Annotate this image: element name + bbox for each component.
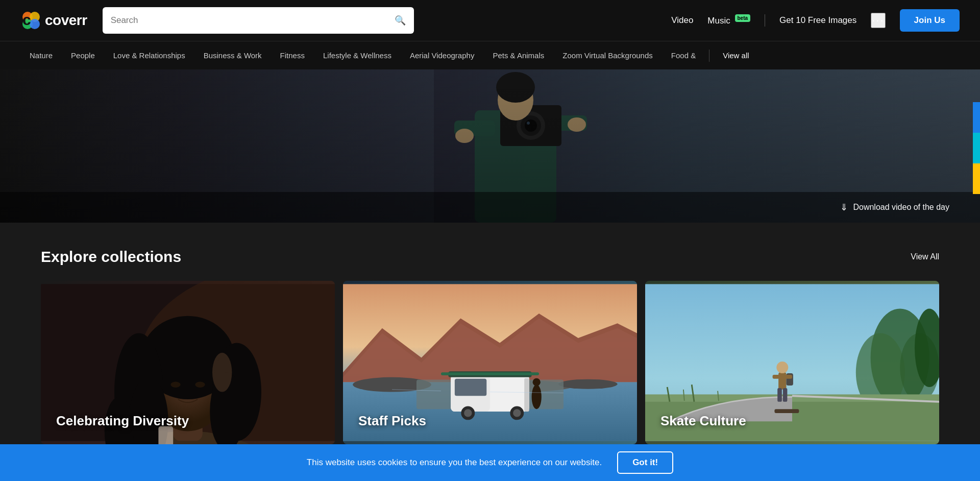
collections-view-all[interactable]: View All	[911, 252, 939, 261]
accent-bar-blue	[973, 102, 980, 133]
header: c coverr 🔍 Video Music beta Get 10 Free …	[0, 0, 980, 41]
search-bar: 🔍	[103, 7, 414, 34]
more-options-button[interactable]: ···	[871, 13, 885, 28]
svg-rect-75	[786, 375, 792, 379]
collections-section: Explore collections View All	[0, 223, 980, 475]
svg-point-54	[513, 409, 521, 417]
download-icon: ⇓	[840, 202, 848, 213]
svg-rect-72	[777, 388, 782, 402]
card-diversity-label: Celebrating Diversity	[56, 413, 189, 429]
logo-icon: c	[20, 10, 42, 31]
free-images-link[interactable]: Get 10 Free Images	[779, 15, 856, 26]
collection-card-staff[interactable]: Staff Picks	[343, 281, 637, 444]
cookie-banner: This website uses cookies to ensure you …	[0, 444, 980, 475]
svg-point-41	[558, 379, 617, 389]
svg-text:c: c	[22, 11, 31, 28]
accent-bar-yellow	[973, 163, 980, 194]
accent-bar-cyan	[973, 133, 980, 163]
side-accents	[973, 102, 980, 194]
cat-business[interactable]: Business & Work	[194, 41, 271, 69]
cat-food[interactable]: Food &	[662, 41, 705, 69]
svg-point-3	[30, 19, 40, 29]
svg-rect-48	[524, 378, 529, 412]
collection-card-diversity[interactable]: Celebrating Diversity	[41, 281, 335, 444]
cat-people[interactable]: People	[62, 41, 104, 69]
nav-divider	[765, 14, 765, 27]
cat-love[interactable]: Love & Relationships	[104, 41, 194, 69]
join-button[interactable]: Join Us	[900, 9, 960, 32]
collections-grid: Celebrating Diversity	[41, 281, 939, 444]
cat-view-all[interactable]: View all	[714, 51, 758, 60]
cat-fitness[interactable]: Fitness	[271, 41, 314, 69]
svg-rect-69	[778, 372, 786, 390]
svg-rect-76	[774, 409, 799, 413]
svg-point-49	[532, 384, 542, 409]
svg-point-33	[195, 381, 205, 388]
svg-rect-31	[158, 426, 173, 444]
svg-rect-73	[783, 388, 788, 402]
svg-rect-45	[455, 379, 486, 396]
cookie-accept-button[interactable]: Got it!	[617, 451, 673, 474]
cat-pets[interactable]: Pets & Animals	[483, 41, 553, 69]
collections-title: Explore collections	[41, 248, 181, 266]
cat-nature[interactable]: Nature	[20, 41, 62, 69]
search-icon: 🔍	[395, 15, 406, 26]
card-skate-label: Skate Culture	[660, 413, 746, 429]
svg-rect-74	[773, 375, 779, 379]
cookie-message: This website uses cookies to ensure you …	[307, 458, 602, 468]
card-staff-label: Staff Picks	[358, 413, 426, 429]
svg-point-52	[464, 409, 472, 417]
svg-point-34	[212, 353, 232, 392]
category-nav: Nature People Love & Relationships Busin…	[0, 41, 980, 69]
video-nav-link[interactable]: Video	[671, 15, 693, 26]
search-input[interactable]	[111, 15, 389, 26]
svg-point-50	[533, 378, 541, 386]
hero-bottom-bar: ⇓ Download video of the day	[0, 192, 980, 223]
music-beta-badge: beta	[735, 14, 751, 22]
download-video-button[interactable]: ⇓ Download video of the day	[840, 202, 949, 213]
cat-lifestyle[interactable]: Lifestyle & Wellness	[314, 41, 401, 69]
collections-header: Explore collections View All	[41, 248, 939, 266]
svg-point-32	[170, 381, 180, 388]
header-nav: Video Music beta Get 10 Free Images ··· …	[671, 9, 960, 32]
collection-card-skate[interactable]: Skate Culture	[645, 281, 939, 444]
download-label: Download video of the day	[853, 203, 949, 212]
cat-zoom[interactable]: Zoom Virtual Backgrounds	[553, 41, 662, 69]
cat-aerial[interactable]: Aerial Videography	[401, 41, 483, 69]
logo-wordmark: coverr	[45, 12, 87, 29]
hero-section: ⇓ Download video of the day	[0, 69, 980, 223]
logo[interactable]: c coverr	[20, 10, 87, 31]
cat-divider	[709, 50, 709, 62]
svg-rect-47	[441, 372, 539, 375]
svg-point-70	[776, 362, 788, 373]
music-nav-link[interactable]: Music beta	[707, 15, 750, 26]
